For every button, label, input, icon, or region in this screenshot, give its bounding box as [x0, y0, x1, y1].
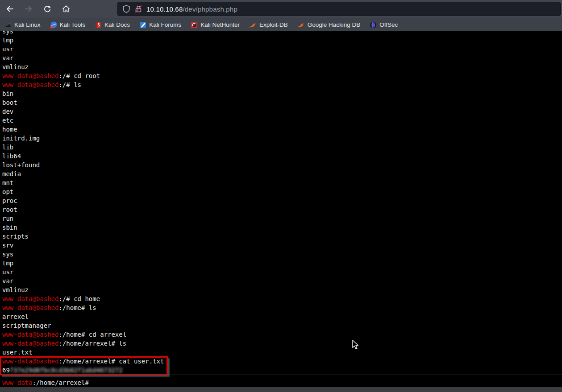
- address-bar[interactable]: 10.10.10.68/dev/phpbash.php: [117, 2, 561, 16]
- bookmark-label: Kali Tools: [60, 21, 86, 28]
- mouse-cursor: [352, 340, 359, 351]
- terminal-line: vmlinuz: [2, 62, 562, 71]
- terminal-line: srv: [2, 241, 562, 250]
- kali-dragon-icon: [4, 21, 12, 29]
- bookmark-label: Kali Docs: [104, 21, 130, 28]
- shell-input-line[interactable]: www-data:/home/arrexel#: [0, 378, 562, 387]
- terminal-line: www-data@bashed:/# cd root: [2, 71, 562, 80]
- terminal-line: home: [2, 125, 562, 134]
- forward-arrow-icon: [24, 4, 33, 13]
- terminal-line: lib64: [2, 152, 562, 161]
- bookmark-kali-linux[interactable]: Kali Linux: [4, 21, 41, 29]
- reload-button[interactable]: [42, 4, 53, 14]
- terminal-line: www-data@bashed:/# cd home: [2, 294, 562, 303]
- shell-prompt-user: www-data: [2, 379, 32, 386]
- kali-docs-icon: [95, 21, 102, 29]
- bookmark-offsec[interactable]: OffSec: [370, 21, 398, 29]
- terminal-line: lib: [2, 143, 562, 152]
- bookmark-label: Exploit-DB: [259, 21, 288, 28]
- terminal-line: www-data@bashed:/home# ls: [2, 303, 562, 312]
- terminal-line: usr: [2, 268, 562, 276]
- back-arrow-icon: [5, 4, 14, 13]
- home-icon: [62, 4, 71, 13]
- terminal-line: arrexel: [2, 312, 562, 321]
- terminal-line: vmlinuz: [2, 285, 562, 294]
- terminal-line: mnt: [2, 178, 562, 187]
- google-hacking-db-bird-icon: [297, 21, 305, 29]
- home-button[interactable]: [61, 4, 71, 14]
- bookmark-kali-tools[interactable]: Kali Tools: [50, 21, 86, 29]
- bookmarks-bar: Kali Linux Kali Tools Kali Docs Kali For…: [0, 18, 562, 31]
- terminal-line: sys: [2, 31, 562, 36]
- bookmark-kali-nethunter[interactable]: Kali NetHunter: [191, 21, 240, 29]
- browser-toolbar: 10.10.10.68/dev/phpbash.php: [0, 0, 562, 18]
- url-path: /dev/phpbash.php: [183, 5, 237, 13]
- kali-nethunter-icon: [191, 21, 198, 29]
- terminal-divider: [0, 375, 562, 375]
- terminal-line: dev: [2, 107, 562, 116]
- terminal-line: www-data@bashed:/home/arrexel# ls: [2, 339, 562, 348]
- terminal-line: etc: [2, 116, 562, 125]
- terminal-line: lost+found: [2, 161, 562, 169]
- terminal-line: var: [2, 54, 562, 62]
- forward-button[interactable]: [23, 4, 34, 14]
- url-text: 10.10.10.68/dev/phpbash.php: [146, 5, 237, 13]
- kali-forums-icon: [139, 21, 146, 29]
- bookmark-kali-forums[interactable]: Kali Forums: [139, 21, 181, 29]
- terminal-line: run: [2, 214, 562, 223]
- bookmark-label: Kali Linux: [14, 21, 41, 28]
- taskbar-edge: [0, 387, 562, 392]
- terminal-line: initrd.img: [2, 134, 562, 143]
- terminal-line: media: [2, 169, 562, 178]
- user-hash-line: 69737e29d8fbc0cd3b02f1abd4673272: [2, 366, 562, 375]
- shell-prompt-path: :/home/arrexel#: [32, 379, 88, 386]
- url-host: 10.10.10.68: [146, 5, 183, 13]
- user-hash-prefix: 69: [2, 367, 10, 374]
- terminal-line: tmp: [2, 36, 562, 45]
- terminal-line: sys: [2, 250, 562, 259]
- terminal-line: tmp: [2, 259, 562, 268]
- bookmark-google-hacking-db[interactable]: Google Hacking DB: [297, 21, 361, 29]
- terminal-line: scriptmanager: [2, 321, 562, 330]
- back-button[interactable]: [4, 4, 15, 14]
- exploit-db-bird-icon: [249, 21, 257, 29]
- bookmark-label: Kali Forums: [149, 21, 181, 28]
- phpbash-terminal[interactable]: systmpusrvarvmlinuzwww-data@bashed:/# cd…: [0, 31, 562, 387]
- bookmark-label: OffSec: [379, 21, 398, 28]
- bookmark-kali-docs[interactable]: Kali Docs: [95, 21, 130, 29]
- reload-icon: [43, 4, 52, 13]
- bookmark-label: Google Hacking DB: [308, 21, 361, 28]
- terminal-line: root: [2, 205, 562, 214]
- terminal-output: systmpusrvarvmlinuzwww-data@bashed:/# cd…: [2, 31, 562, 366]
- bookmark-exploit-db[interactable]: Exploit-DB: [249, 21, 288, 29]
- user-hash-redacted: 737e29d8fbc0cd3b02f1abd4673272: [10, 367, 123, 374]
- offsec-icon: [370, 21, 377, 29]
- terminal-line: proc: [2, 196, 562, 205]
- terminal-line: www-data@bashed:/home/arrexel# cat user.…: [2, 357, 562, 366]
- terminal-line: boot: [2, 98, 562, 107]
- kali-tools-icon: [50, 21, 57, 29]
- terminal-line: bin: [2, 89, 562, 98]
- bookmark-label: Kali NetHunter: [200, 21, 240, 28]
- terminal-line: sbin: [2, 223, 562, 232]
- insecure-lock-icon[interactable]: [134, 5, 142, 13]
- terminal-line: www-data@bashed:/# ls: [2, 80, 562, 89]
- terminal-line: scripts: [2, 232, 562, 241]
- terminal-line: www-data@bashed:/home# cd arrexel: [2, 330, 562, 339]
- shield-permissions-icon[interactable]: [122, 5, 130, 13]
- terminal-line: var: [2, 276, 562, 285]
- terminal-line: opt: [2, 187, 562, 196]
- terminal-line: user.txt: [2, 348, 562, 357]
- terminal-line: usr: [2, 45, 562, 54]
